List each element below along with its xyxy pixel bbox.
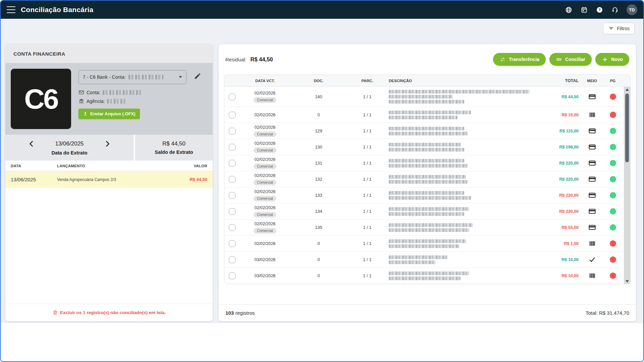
scrollbar-thumb[interactable] — [625, 94, 629, 162]
row-parc: 1 / 1 — [347, 144, 387, 149]
menu-icon[interactable] — [7, 6, 15, 13]
row-checkbox[interactable] — [229, 273, 235, 279]
calendar-icon[interactable] — [580, 6, 588, 13]
edit-account-button[interactable] — [194, 72, 203, 82]
table-scrollbar[interactable] — [624, 87, 630, 284]
table-row[interactable]: 02/02/2026Comercial1311 / 1R$ 220,00 — [224, 155, 622, 171]
filters-button-label: Filtros — [617, 26, 630, 31]
help-icon[interactable]: ? — [596, 6, 603, 13]
transactions-footer: 103 registros Total: R$ 31.474,70 — [219, 304, 636, 321]
pg-status-dot — [610, 192, 616, 198]
support-headset-icon[interactable] — [611, 6, 619, 13]
account-select[interactable]: 7 - C6 Bank - Conta: — [78, 70, 186, 84]
pg-status-dot — [610, 208, 616, 215]
category-badge: Comercial — [254, 147, 276, 153]
row-total: R$ 10,00 — [533, 257, 580, 262]
row-checkbox[interactable] — [229, 112, 235, 118]
card-title: CONTA FINANCEIRA — [5, 44, 213, 63]
grand-total-label: Total: — [586, 310, 598, 316]
row-total: R$ 44,50 — [533, 95, 580, 99]
filters-button[interactable]: Filtros — [603, 23, 635, 34]
table-row[interactable]: 03/02/202601 / 1R$ 10,00 — [224, 252, 622, 268]
table-row[interactable]: 02/02/2026Comercial1301 / 1R$ 198,00 — [224, 139, 622, 155]
row-parc: 1 / 1 — [347, 193, 387, 198]
row-description-redacted — [387, 207, 533, 216]
table-row[interactable]: 02/02/202601 / 1R$ 1,00 — [224, 236, 622, 252]
category-badge: Comercial — [254, 97, 276, 103]
bank-building-icon — [78, 98, 84, 104]
plus-icon — [602, 56, 608, 63]
row-checkbox[interactable] — [229, 240, 235, 247]
row-checkbox[interactable] — [229, 224, 235, 231]
col-data: DATA — [11, 164, 57, 168]
row-description-redacted — [387, 239, 533, 248]
table-row[interactable]: 02/02/2026Comercial1341 / 1R$ 220,00 — [224, 203, 622, 220]
row-doc: 0 — [290, 273, 347, 278]
row-checkbox[interactable] — [229, 160, 235, 167]
row-total: R$ 110,00 — [533, 129, 580, 133]
row-checkbox[interactable] — [229, 208, 235, 215]
row-total: R$ 198,00 — [533, 145, 580, 149]
row-meio-card-icon — [580, 143, 604, 151]
statement-date-label: Data do Extrato — [51, 150, 87, 156]
row-checkbox[interactable] — [229, 94, 235, 100]
appbar-actions: ? TD — [565, 4, 637, 15]
credit-card-icon — [588, 93, 596, 101]
upload-ofx-button[interactable]: Enviar Arquivo (.OFX) — [78, 109, 140, 119]
row-total: R$ 55,00 — [533, 225, 580, 230]
row-checkbox[interactable] — [229, 192, 235, 199]
category-badge: Comercial — [254, 131, 276, 137]
credit-card-icon — [588, 207, 596, 215]
row-date: 02/02/2026 — [255, 205, 276, 210]
credit-card-icon — [588, 175, 596, 183]
row-date: 03/02/2026 — [255, 274, 276, 278]
envelope-icon — [78, 89, 84, 95]
row-checkbox[interactable] — [229, 144, 235, 150]
table-row[interactable]: 03/02/202601 / 1R$ 10,00 — [224, 268, 622, 284]
row-checkbox[interactable] — [229, 256, 235, 263]
delete-unreconciled-link[interactable]: Excluir os 1 registro(s) não conciliado(… — [5, 304, 213, 321]
statement-row-selected[interactable]: 13/06/2025 Venda Agropecuária Campos 2/3… — [5, 171, 213, 188]
check-icon — [588, 256, 596, 263]
col-meio: MEIO — [580, 79, 604, 83]
scroll-down-arrow[interactable] — [624, 279, 630, 284]
row-description-redacted — [387, 223, 533, 232]
prev-date-button[interactable] — [28, 140, 36, 148]
scroll-up-arrow[interactable] — [624, 87, 630, 92]
row-doc: 0 — [290, 241, 347, 246]
row-parc: 1 / 1 — [347, 177, 387, 182]
pg-status-dot — [610, 144, 616, 150]
table-row[interactable]: 02/02/2026Comercial1351 / 1R$ 55,00 — [224, 220, 622, 236]
col-doc: DOC. — [290, 79, 347, 83]
new-button[interactable]: Novo — [595, 53, 629, 66]
row-date: 02/02/2026 — [255, 222, 276, 226]
reconcile-button[interactable]: Conciliar — [549, 53, 592, 66]
row-date: 02/02/2026 — [255, 241, 276, 246]
row-total: R$ 220,00 — [533, 209, 580, 214]
row-date: 02/02/2026 — [255, 157, 276, 162]
row-doc: 0 — [290, 112, 347, 117]
row-parc: 1 / 1 — [347, 241, 387, 246]
table-row[interactable]: 02/02/2026Comercial1331 / 1R$ 220,00 — [224, 187, 622, 203]
row-date: 02/02/2026 — [255, 141, 276, 146]
avatar[interactable]: TD — [627, 4, 637, 15]
table-row[interactable]: 02/02/2026Comercial1401 / 1R$ 44,50 — [224, 87, 622, 107]
row-description-redacted — [387, 175, 533, 184]
col-parc: PARC. — [347, 79, 387, 83]
table-row[interactable]: 02/02/2026Comercial1321 / 1R$ 220,00 — [224, 171, 622, 187]
table-row[interactable]: 02/02/202601 / 1R$ 10,00 — [224, 107, 622, 123]
upload-ofx-label: Enviar Arquivo (.OFX) — [90, 111, 136, 116]
row-doc: 133 — [290, 193, 347, 198]
row-checkbox[interactable] — [229, 176, 235, 183]
barcode-icon — [588, 111, 596, 119]
agencia-line: Agência: — [78, 98, 207, 104]
globe-icon[interactable] — [565, 6, 572, 13]
table-row[interactable]: 02/02/2026Comercial1291 / 1R$ 110,00 — [224, 123, 622, 139]
row-total: R$ 10,00 — [533, 274, 580, 278]
category-badge: Comercial — [254, 212, 276, 218]
conta-line: Conta: — [78, 89, 207, 95]
row-checkbox[interactable] — [229, 128, 235, 134]
next-date-button[interactable] — [103, 140, 111, 148]
transfer-button[interactable]: Transferência — [493, 53, 546, 66]
row-parc: 1 / 1 — [347, 225, 387, 230]
